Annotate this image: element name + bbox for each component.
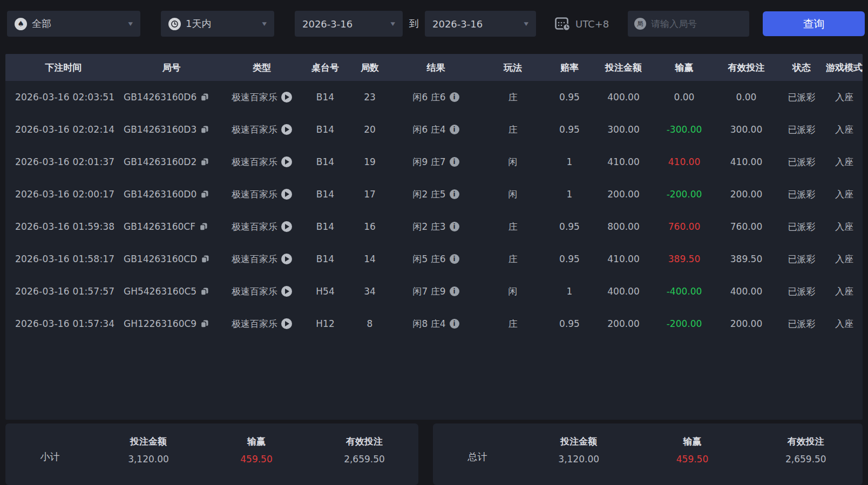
result-cell: 闲9 庄7 i — [391, 156, 480, 168]
result-cell: 闲6 庄6 i — [391, 91, 480, 104]
total-winloss-value: 459.50 — [635, 454, 749, 464]
column-header: 游戏模式 — [826, 62, 863, 74]
round-id-text: GB14263160CF — [124, 221, 195, 232]
clock-icon — [168, 18, 181, 30]
chevron-down-icon: ▼ — [262, 21, 267, 26]
total-amount-col: 投注金额 3,120.00 — [522, 435, 635, 485]
game-type-text: 极速百家乐 — [232, 285, 277, 298]
odds-cell: 1 — [545, 156, 594, 167]
info-icon[interactable]: i — [450, 286, 459, 296]
total-label: 总计 — [433, 450, 522, 485]
valid-bet-cell: 400.00 — [715, 286, 777, 297]
round-badge-icon: 局 — [634, 18, 646, 30]
info-icon[interactable]: i — [450, 319, 459, 329]
column-header: 类型 — [221, 62, 302, 74]
bet-history-table: 下注时间局号类型桌台号局数结果玩法赔率投注金额输赢有效投注状态游戏模式 2026… — [5, 54, 863, 420]
round-id-text: GH54263160C5 — [124, 286, 196, 297]
column-header: 局号 — [121, 62, 221, 74]
round-id-input[interactable] — [651, 18, 743, 29]
table-body: 2026-03-16 02:03:51 GB14263160D6 极速百家乐 B… — [5, 81, 863, 340]
round-id-cell: GB14263160CF — [121, 221, 221, 232]
time-range-select[interactable]: 1天内 ▼ — [161, 11, 274, 37]
valid-bet-cell: 200.00 — [715, 318, 777, 329]
game-type-cell: 极速百家乐 — [221, 91, 302, 104]
spade-icon: ♠ — [15, 18, 27, 30]
game-type-cell: 极速百家乐 — [221, 156, 302, 168]
game-mode-cell: 入座 — [826, 221, 863, 233]
valid-bet-cell: 300.00 — [715, 124, 777, 135]
date-to-select[interactable]: 2026-3-16 ▼ — [425, 11, 536, 37]
result-cell: 闲6 庄4 i — [391, 124, 480, 136]
info-icon[interactable]: i — [450, 254, 459, 264]
table-row: 2026-03-16 02:01:37 GB14263160D2 极速百家乐 B… — [5, 146, 863, 178]
copy-icon[interactable] — [200, 287, 209, 296]
result-text: 闲2 庄5 — [412, 188, 445, 201]
date-from-select[interactable]: 2026-3-16 ▼ — [295, 11, 403, 37]
play-icon[interactable] — [281, 286, 292, 297]
game-type-text: 极速百家乐 — [232, 221, 277, 233]
bet-time-cell: 2026-03-16 01:57:34 — [5, 318, 121, 329]
copy-icon[interactable] — [200, 158, 209, 167]
info-icon[interactable]: i — [450, 157, 459, 167]
query-button[interactable]: 查询 — [763, 11, 865, 36]
rounds-cell: 19 — [348, 156, 391, 167]
valid-bet-cell: 200.00 — [715, 189, 777, 200]
status-cell: 已派彩 — [777, 221, 826, 233]
game-type-cell: 极速百家乐 — [221, 124, 302, 136]
info-icon[interactable]: i — [450, 189, 459, 199]
info-icon[interactable]: i — [450, 92, 459, 102]
result-cell: 闲8 庄4 i — [391, 318, 480, 330]
game-type-cell: 极速百家乐 — [221, 221, 302, 233]
bet-amount-cell: 400.00 — [594, 92, 653, 103]
play-icon[interactable] — [281, 92, 292, 103]
play-icon[interactable] — [281, 254, 292, 264]
copy-icon[interactable] — [200, 190, 209, 199]
valid-label: 有效投注 — [749, 435, 863, 448]
round-id-text: GB14263160D3 — [124, 124, 196, 135]
chevron-down-icon: ▼ — [128, 21, 133, 26]
game-type-cell: 极速百家乐 — [221, 188, 302, 201]
amount-label: 投注金额 — [94, 435, 202, 448]
info-icon[interactable]: i — [450, 125, 459, 134]
table-row: 2026-03-16 02:03:51 GB14263160D6 极速百家乐 B… — [5, 81, 863, 113]
table-no-cell: B14 — [302, 92, 348, 103]
play-icon[interactable] — [281, 221, 292, 232]
subtotal-card: 小计 投注金额 3,120.00 输赢 459.50 有效投注 2,659.50 — [5, 423, 418, 485]
copy-icon[interactable] — [200, 93, 209, 102]
win-loss-cell: -400.00 — [653, 286, 715, 297]
play-icon[interactable] — [281, 189, 292, 200]
play-icon[interactable] — [281, 124, 292, 135]
copy-icon[interactable] — [200, 125, 209, 134]
column-header: 下注时间 — [5, 62, 121, 74]
status-cell: 已派彩 — [777, 188, 826, 201]
status-cell: 已派彩 — [777, 124, 826, 136]
bet-amount-cell: 400.00 — [594, 286, 653, 297]
play-icon[interactable] — [281, 318, 292, 329]
game-type-text: 极速百家乐 — [232, 124, 277, 136]
timezone-indicator[interactable]: UTC+8 — [555, 16, 612, 31]
table-row: 2026-03-16 01:58:17 GB14263160CD 极速百家乐 B… — [5, 243, 863, 275]
rounds-cell: 20 — [348, 124, 391, 135]
play-icon[interactable] — [281, 156, 292, 167]
round-id-text: GB14263160D0 — [124, 189, 196, 200]
bet-time-cell: 2026-03-16 02:02:14 — [5, 124, 121, 135]
round-id-cell: GB14263160D3 — [121, 124, 221, 135]
game-type-select[interactable]: ♠ 全部 ▼ — [7, 11, 140, 37]
table-no-cell: B14 — [302, 221, 348, 232]
subtotal-valid-value: 2,659.50 — [310, 454, 418, 464]
round-id-text: GB14263160D6 — [124, 92, 196, 103]
copy-icon[interactable] — [200, 319, 209, 329]
play-side-cell: 闲 — [480, 188, 545, 201]
subtotal-winloss-value: 459.50 — [202, 454, 310, 464]
copy-icon[interactable] — [201, 255, 209, 264]
total-winloss-col: 输赢 459.50 — [635, 435, 749, 485]
bet-amount-cell: 200.00 — [594, 189, 653, 200]
win-loss-cell: 410.00 — [653, 156, 715, 167]
game-mode-cell: 入座 — [826, 285, 863, 298]
subtotal-valid-col: 有效投注 2,659.50 — [310, 435, 418, 485]
copy-icon[interactable] — [199, 222, 208, 231]
info-icon[interactable]: i — [450, 222, 459, 231]
total-amount-value: 3,120.00 — [522, 454, 635, 464]
result-cell: 闲7 庄9 i — [391, 285, 480, 298]
summary-bar: 小计 投注金额 3,120.00 输赢 459.50 有效投注 2,659.50… — [5, 423, 863, 485]
